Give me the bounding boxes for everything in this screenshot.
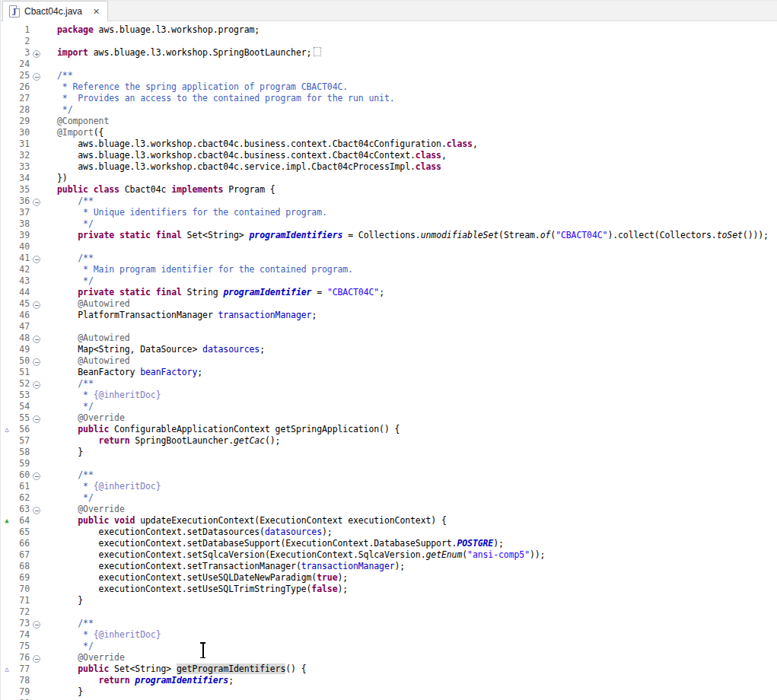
line-number[interactable]: 41 <box>13 253 30 264</box>
code-line[interactable]: 28 */ <box>1 104 777 116</box>
code-line[interactable]: 31 aws.bluage.l3.workshop.cbact04c.busin… <box>1 138 777 150</box>
code-line[interactable]: 51 BeanFactory beanFactory; <box>1 367 777 378</box>
code-line[interactable]: 40 <box>1 241 777 253</box>
code-line[interactable]: 55 @Override <box>1 412 777 424</box>
code-line[interactable]: 58 } <box>1 447 777 458</box>
fold-collapse-icon[interactable] <box>33 655 40 663</box>
code-line[interactable]: 63 @Override <box>1 504 777 515</box>
code-line[interactable]: 32 aws.bluage.l3.workshop.cbact04c.busin… <box>1 150 777 161</box>
code-line[interactable]: 42 * Main program identifier for the con… <box>1 264 777 275</box>
code-line[interactable]: 53 * {@inheritDoc} <box>1 390 777 401</box>
line-number[interactable]: 57 <box>13 435 30 447</box>
line-number[interactable]: 25 <box>13 70 30 81</box>
line-number[interactable]: 50 <box>13 355 30 367</box>
code-line[interactable]: △56 public ConfigurableApplicationContex… <box>1 424 777 435</box>
line-number[interactable]: 52 <box>13 378 30 390</box>
code-line[interactable]: 24 <box>1 59 777 70</box>
line-number[interactable]: 71 <box>13 595 30 606</box>
line-number[interactable]: 40 <box>13 241 30 253</box>
line-number[interactable]: 73 <box>13 618 30 629</box>
line-number[interactable]: 37 <box>13 207 30 218</box>
fold-collapse-icon[interactable] <box>33 358 40 366</box>
line-number[interactable]: 28 <box>13 104 30 116</box>
fold-collapse-icon[interactable] <box>33 301 40 309</box>
code-line[interactable]: 35public class Cbact04c implements Progr… <box>1 184 777 196</box>
code-line[interactable]: 68 executionContext.setTransactionManage… <box>1 561 777 572</box>
code-line[interactable]: 36 /** <box>1 196 777 207</box>
line-number[interactable]: 76 <box>13 652 30 663</box>
code-line[interactable]: 1package aws.bluage.l3.workshop.program; <box>1 24 777 36</box>
line-number[interactable]: 77 <box>13 663 30 675</box>
line-number[interactable]: 68 <box>13 561 30 572</box>
fold-collapse-icon[interactable] <box>33 621 40 628</box>
code-line[interactable]: 41 /** <box>1 253 777 264</box>
line-number[interactable]: 56 <box>13 424 30 435</box>
code-line[interactable]: 60 /** <box>1 469 777 481</box>
line-number[interactable]: 29 <box>13 116 30 127</box>
line-number[interactable]: 78 <box>13 675 30 686</box>
line-number[interactable]: 47 <box>13 321 30 332</box>
code-line[interactable]: 62 */ <box>1 492 777 504</box>
line-number[interactable]: 54 <box>13 401 30 412</box>
code-editor-area[interactable]: 1package aws.bluage.l3.workshop.program;… <box>1 21 777 700</box>
line-number[interactable]: 65 <box>13 527 30 538</box>
code-line[interactable]: 30@Import({ <box>1 127 777 138</box>
line-number[interactable]: 36 <box>13 196 30 207</box>
code-line[interactable]: 29@Component <box>1 116 777 127</box>
fold-collapse-icon[interactable] <box>33 415 40 423</box>
fold-expand-icon[interactable] <box>33 50 40 58</box>
line-number[interactable]: 63 <box>13 504 30 515</box>
code-line[interactable]: 47 <box>1 321 777 332</box>
code-line[interactable]: 43 */ <box>1 275 777 287</box>
line-number[interactable]: 51 <box>13 367 30 378</box>
code-line[interactable]: 76 @Override <box>1 652 777 663</box>
line-number[interactable]: 45 <box>13 298 30 310</box>
line-number[interactable]: 32 <box>13 150 30 161</box>
line-number[interactable]: 38 <box>13 218 30 230</box>
line-number[interactable]: 27 <box>13 93 30 104</box>
line-number[interactable]: 30 <box>13 127 30 138</box>
line-number[interactable]: 61 <box>13 481 30 492</box>
line-number[interactable]: 67 <box>13 549 30 561</box>
code-line[interactable]: 79 } <box>1 686 777 698</box>
fold-collapse-icon[interactable] <box>33 199 40 206</box>
line-number[interactable]: 39 <box>13 230 30 241</box>
line-number[interactable]: 31 <box>13 138 30 150</box>
line-number[interactable]: 49 <box>13 344 30 355</box>
line-number[interactable]: 62 <box>13 492 30 504</box>
code-line[interactable]: 66 executionContext.setDatabaseSupport(E… <box>1 538 777 549</box>
code-line[interactable]: 44 private static final String programId… <box>1 287 777 298</box>
line-number[interactable]: 58 <box>13 447 30 458</box>
code-line[interactable]: 39 private static final Set<String> prog… <box>1 230 777 241</box>
line-number[interactable]: 24 <box>13 59 30 70</box>
fold-collapse-icon[interactable] <box>33 336 40 343</box>
line-number[interactable]: 60 <box>13 469 30 481</box>
code-line[interactable]: 72 <box>1 606 777 618</box>
line-number[interactable]: 48 <box>13 332 30 344</box>
code-line[interactable]: 46 PlatformTransactionManager transactio… <box>1 310 777 321</box>
line-number[interactable]: 70 <box>13 584 30 595</box>
code-line[interactable]: 57 return SpringBootLauncher.getCac(); <box>1 435 777 447</box>
code-line[interactable]: 37 * Unique identifiers for the containe… <box>1 207 777 218</box>
code-line[interactable]: 33 aws.bluage.l3.workshop.cbact04c.servi… <box>1 161 777 173</box>
line-number[interactable]: 33 <box>13 161 30 173</box>
code-line[interactable]: 27 * Provides an access to the contained… <box>1 93 777 104</box>
line-number[interactable]: 72 <box>13 606 30 618</box>
code-line[interactable]: ▲64 public void updateExecutionContext(E… <box>1 515 777 527</box>
code-line[interactable]: 2 <box>1 36 777 47</box>
code-line[interactable]: 34}) <box>1 173 777 184</box>
line-number[interactable]: 66 <box>13 538 30 549</box>
code-line[interactable]: △77 public Set<String> getProgramIdentif… <box>1 663 777 675</box>
code-line[interactable]: 65 executionContext.setDatasources(datas… <box>1 527 777 538</box>
line-number[interactable]: 42 <box>13 264 30 275</box>
fold-collapse-icon[interactable] <box>33 473 40 480</box>
code-line[interactable]: 3import aws.bluage.l3.workshop.SpringBoo… <box>1 47 777 59</box>
line-number[interactable]: 1 <box>13 24 30 36</box>
code-line[interactable]: 38 */ <box>1 218 777 230</box>
code-line[interactable]: 50 @Autowired <box>1 355 777 367</box>
line-number[interactable]: 74 <box>13 629 30 641</box>
line-number[interactable]: 59 <box>13 458 30 469</box>
code-line[interactable]: 61 * {@inheritDoc} <box>1 481 777 492</box>
line-number[interactable]: 34 <box>13 173 30 184</box>
code-line[interactable]: 70 executionContext.setUseSQLTrimStringT… <box>1 584 777 595</box>
